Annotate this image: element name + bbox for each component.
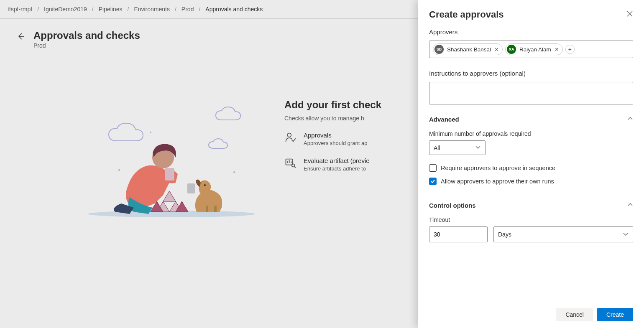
- chevron-down-icon: [475, 144, 481, 151]
- chevron-up-icon[interactable]: [627, 202, 633, 209]
- create-button[interactable]: Create: [597, 308, 633, 321]
- require-sequence-label: Require approvers to approve in sequence: [441, 165, 555, 171]
- require-sequence-checkbox[interactable]: [429, 164, 437, 172]
- timeout-label: Timeout: [429, 216, 633, 223]
- advanced-section-header[interactable]: Advanced: [429, 116, 633, 123]
- panel-title: Create approvals: [429, 9, 504, 20]
- allow-own-checkbox[interactable]: [429, 178, 437, 185]
- cancel-button[interactable]: Cancel: [556, 308, 593, 321]
- remove-approver-icon[interactable]: ✕: [555, 46, 559, 53]
- chevron-down-icon: [623, 231, 629, 238]
- timeout-value-input[interactable]: [429, 226, 488, 242]
- remove-approver-icon[interactable]: ✕: [494, 46, 499, 53]
- control-options-section-header[interactable]: Control options: [429, 202, 633, 209]
- approvers-input[interactable]: SB Shashank Bansal ✕ RA Raiyan Alam ✕ +: [429, 41, 633, 58]
- approver-name: Raiyan Alam: [519, 46, 551, 53]
- approver-name: Shashank Bansal: [447, 46, 491, 53]
- allow-own-label: Allow approvers to approve their own run…: [441, 178, 554, 185]
- approver-chip: SB Shashank Bansal ✕: [433, 43, 503, 55]
- approver-chip: RA Raiyan Alam ✕: [505, 43, 563, 55]
- close-icon[interactable]: [626, 10, 633, 19]
- control-options-label: Control options: [429, 202, 476, 209]
- min-approvals-select[interactable]: All: [429, 140, 486, 155]
- chevron-up-icon[interactable]: [627, 116, 633, 123]
- min-approvals-value: All: [434, 145, 440, 151]
- instructions-input[interactable]: [429, 82, 633, 104]
- advanced-label: Advanced: [429, 116, 459, 123]
- avatar: RA: [507, 45, 516, 54]
- timeout-unit-value: Days: [498, 231, 511, 238]
- avatar: SB: [434, 45, 444, 54]
- timeout-unit-select[interactable]: Days: [493, 226, 633, 242]
- create-approvals-panel: Create approvals Approvers SB Shashank B…: [418, 0, 644, 328]
- instructions-label: Instructions to approvers (optional): [429, 70, 633, 77]
- min-approvals-label: Minimum number of approvals required: [429, 130, 633, 137]
- approvers-label: Approvers: [429, 28, 633, 36]
- add-approver-button[interactable]: +: [565, 45, 575, 54]
